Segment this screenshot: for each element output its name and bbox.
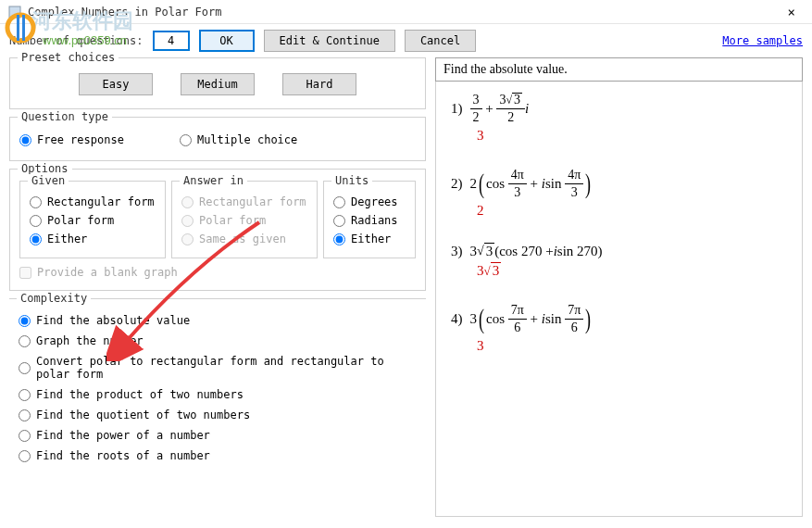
ok-button[interactable]: OK — [199, 30, 255, 52]
given-group: Given Rectangular form Polar form Either — [19, 181, 166, 258]
close-icon[interactable]: × — [779, 5, 805, 19]
complexity-convert[interactable]: Convert polar to rectangular form and re… — [19, 351, 417, 384]
easy-button[interactable]: Easy — [79, 73, 153, 95]
blank-graph-checkbox: Provide a blank graph — [19, 264, 416, 281]
medium-button[interactable]: Medium — [181, 73, 255, 95]
given-polar-radio[interactable]: Polar form — [30, 211, 156, 230]
answer-3: 3√3 — [477, 263, 787, 279]
num-questions-input[interactable] — [153, 31, 190, 51]
cancel-button[interactable]: Cancel — [405, 30, 476, 52]
given-either-radio[interactable]: Either — [30, 230, 156, 248]
complexity-legend: Complexity — [17, 292, 91, 305]
preview-header: Find the absolute value. — [435, 57, 803, 82]
preset-group: Preset choices Easy Medium Hard — [9, 57, 426, 109]
units-deg-radio[interactable]: Degrees — [333, 193, 406, 211]
preset-legend: Preset choices — [18, 51, 119, 64]
complexity-abs-value[interactable]: Find the absolute value — [19, 310, 417, 331]
complexity-roots[interactable]: Find the roots of a number — [19, 446, 417, 466]
given-rect-radio[interactable]: Rectangular form — [30, 193, 156, 211]
complexity-group: Complexity Find the absolute value Graph… — [9, 298, 426, 466]
preview-body: 1) 32 + 3√32 i 3 2) 2(cos 4π3 + isin 4π3… — [435, 82, 803, 517]
multiple-choice-radio[interactable]: Multiple choice — [180, 131, 297, 149]
answer-4: 3 — [477, 338, 787, 354]
problem-3: 3) 3√3(cos 270 + isin 270) 3√3 — [451, 243, 787, 279]
units-group: Units Degrees Radians Either — [323, 181, 416, 258]
problem-1: 1) 32 + 3√32 i 3 — [451, 93, 787, 144]
options-group: Options Given Rectangular form Polar for… — [9, 169, 426, 291]
answer-2: 2 — [477, 203, 787, 219]
answer-polar-radio: Polar form — [181, 211, 307, 230]
units-either-radio[interactable]: Either — [333, 230, 406, 248]
qtype-group: Question type Free response Multiple cho… — [9, 117, 426, 161]
units-rad-radio[interactable]: Radians — [333, 211, 406, 230]
answer-1: 3 — [477, 128, 787, 144]
more-samples-link[interactable]: More samples — [722, 34, 803, 47]
complexity-graph[interactable]: Graph the number — [19, 331, 417, 351]
num-questions-label: Number of questions: — [9, 34, 144, 47]
problem-4: 4) 3(cos 7π6 + isin 7π6) 3 — [451, 303, 787, 354]
answer-same-radio: Same as given — [181, 230, 307, 248]
answer-rect-radio: Rectangular form — [181, 193, 307, 211]
answer-group: Answer in Rectangular form Polar form Sa… — [171, 181, 318, 258]
qtype-legend: Question type — [18, 110, 112, 123]
problem-2: 2) 2(cos 4π3 + isin 4π3) 2 — [451, 168, 787, 219]
app-icon — [7, 5, 22, 19]
free-response-radio[interactable]: Free response — [19, 131, 124, 149]
complexity-power[interactable]: Find the power of a number — [19, 425, 417, 446]
complexity-quotient[interactable]: Find the quotient of two numbers — [19, 405, 417, 425]
edit-continue-button[interactable]: Edit & Continue — [264, 30, 395, 52]
complexity-product[interactable]: Find the product of two numbers — [19, 384, 417, 405]
window-title: Complex Numbers in Polar Form — [28, 6, 779, 19]
options-legend: Options — [18, 162, 72, 175]
svg-rect-3 — [9, 6, 20, 18]
hard-button[interactable]: Hard — [282, 73, 356, 95]
